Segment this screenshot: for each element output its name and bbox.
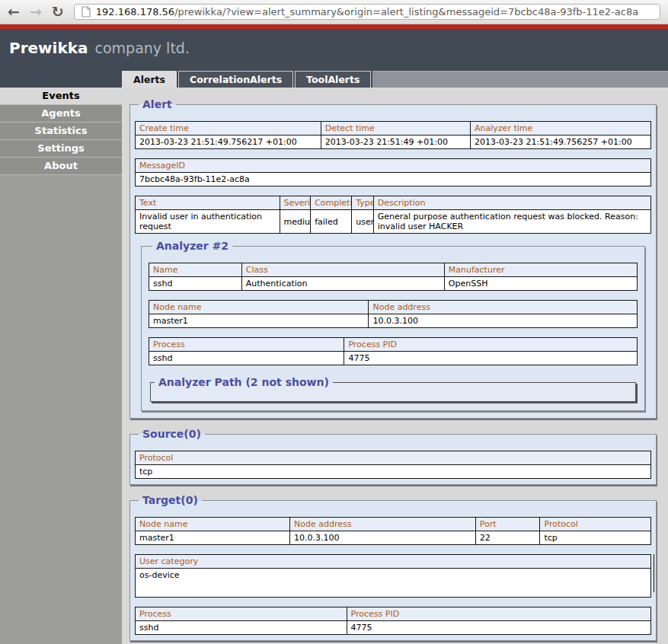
table-header-row: Text Severity Completion Type Descriptio…	[136, 196, 651, 210]
completion-header: Completion	[311, 196, 352, 210]
node-name-header: Node name	[149, 301, 369, 314]
analyzer-time-value: 2013-03-23 21:51:49.756257 +01:00	[471, 135, 651, 149]
protocol-value: tcp	[136, 465, 651, 479]
table-header-row: Node name Node address	[149, 301, 638, 314]
classification-text: Invalid user in authentication request	[136, 210, 280, 234]
analyzer-process-table: Process Process PID sshd 4775	[149, 337, 638, 365]
app-logo: Prewikka	[9, 39, 88, 57]
create-time-header: Create time	[136, 122, 321, 135]
severity-header: Severity	[280, 196, 311, 210]
sidebar-item-statistics[interactable]: Statistics	[0, 123, 122, 140]
process-header: Process	[149, 338, 344, 352]
tab-alerts[interactable]: Alerts	[122, 71, 177, 88]
table-header-row: Protocol	[136, 451, 651, 465]
source-panel: Source(0) Protocol tcp	[129, 428, 657, 485]
node-address-value: 10.0.3.100	[290, 531, 476, 545]
table-row: 7bcbc48a-93fb-11e2-ac8a	[136, 173, 651, 187]
sidebar-item-settings[interactable]: Settings	[0, 140, 122, 158]
user-category-table: User category os-device	[135, 554, 651, 598]
protocol-header: Protocol	[540, 518, 651, 531]
url-path: /prewikka/?view=alert_summary&origin=ale…	[174, 6, 638, 18]
target-process-table: Process Process PID sshd 4775	[135, 607, 651, 635]
brand-line: Prewikkacompany ltd.	[0, 29, 668, 57]
protocol-header: Protocol	[136, 451, 651, 465]
node-address-value: 10.0.3.100	[369, 314, 638, 328]
alert-panel-legend: Alert	[139, 98, 176, 110]
page-icon	[82, 6, 91, 18]
table-row: 2013-03-23 21:51:49.756217 +01:00 2013-0…	[136, 135, 651, 149]
table-row: Invalid user in authentication request m…	[136, 210, 651, 234]
main-area: Events Agents Statistics Settings About …	[0, 88, 668, 644]
messageid-value: 7bcbc48a-93fb-11e2-ac8a	[136, 173, 651, 187]
process-value: sshd	[136, 621, 347, 635]
reload-button[interactable]: ↻	[52, 5, 64, 19]
reload-icon: ↻	[52, 3, 64, 20]
tab-toolalerts[interactable]: ToolAlerts	[295, 71, 371, 88]
tab-correlationalerts[interactable]: CorrelationAlerts	[178, 71, 293, 88]
port-header: Port	[475, 518, 540, 531]
text-header: Text	[136, 196, 280, 210]
completion-value: failed	[311, 210, 352, 234]
detect-time-value: 2013-03-23 21:51:49 +01:00	[321, 135, 470, 149]
forward-arrow-icon: →	[30, 3, 42, 20]
table-header-row: Name Class Manufacturer	[149, 263, 638, 277]
port-value: 22	[475, 531, 540, 545]
analyzer-path-panel: Analyzer Path (2 not shown)	[150, 376, 636, 402]
target-user-block: User category os-device Type Name Number…	[135, 545, 651, 598]
address-bar[interactable]: 192.168.178.56/prewikka/?view=alert_summ…	[74, 4, 660, 20]
description-header: Description	[373, 196, 650, 210]
tab-bar-filler	[372, 71, 668, 88]
back-button[interactable]: ←	[8, 5, 20, 19]
source-protocol-table: Protocol tcp	[135, 451, 651, 479]
source-panel-legend: Source(0)	[139, 428, 205, 440]
app-header: Prewikkacompany ltd. Alerts CorrelationA…	[0, 29, 668, 88]
table-row: sshd Authentication OpenSSH	[149, 277, 638, 291]
severity-value: medium	[280, 210, 311, 234]
table-row: sshd 4775	[149, 352, 638, 365]
node-name-value: master1	[149, 314, 369, 328]
target-panel: Target(0) Node name Node address Port Pr…	[129, 494, 657, 641]
back-arrow-icon: ←	[8, 3, 20, 20]
forward-button[interactable]: →	[30, 5, 42, 19]
analyzer-name-value: sshd	[149, 277, 242, 291]
tab-bar: Alerts CorrelationAlerts ToolAlerts	[122, 71, 668, 88]
table-header-row: Process Process PID	[149, 338, 638, 352]
process-pid-header: Process PID	[347, 607, 650, 621]
detect-time-header: Detect time	[321, 122, 470, 135]
analyzer-class-value: Authentication	[241, 277, 444, 291]
alert-panel: Alert Create time Detect time Analyzer t…	[129, 98, 657, 419]
analyzer-path-legend: Analyzer Path (2 not shown)	[155, 376, 333, 388]
sidebar-item-agents[interactable]: Agents	[0, 105, 122, 123]
content-area: Alert Create time Detect time Analyzer t…	[122, 88, 668, 644]
company-name: company ltd.	[95, 40, 190, 56]
process-pid-header: Process PID	[344, 338, 638, 352]
user-category-header: User category	[136, 555, 651, 569]
sidebar-item-about[interactable]: About	[0, 158, 122, 175]
type-value: user	[352, 210, 373, 234]
table-header-row: Create time Detect time Analyzer time	[136, 122, 651, 135]
protocol-value: tcp	[540, 531, 651, 545]
node-address-header: Node address	[369, 301, 638, 314]
process-header: Process	[136, 607, 347, 621]
sidebar-filler	[0, 175, 122, 644]
analyzer-panel-legend: Analyzer #2	[152, 240, 232, 252]
table-row: master1 10.0.3.100 22 tcp	[136, 531, 651, 545]
table-row: tcp	[136, 465, 651, 479]
process-pid-value: 4775	[347, 621, 650, 635]
alert-times-table: Create time Detect time Analyzer time 20…	[135, 121, 651, 149]
user-category-value: os-device	[136, 569, 651, 598]
process-value: sshd	[149, 352, 344, 365]
url-text: 192.168.178.56/prewikka/?view=alert_summ…	[96, 6, 638, 18]
messageid-header: MessageID	[136, 159, 651, 173]
class-header: Class	[241, 263, 444, 277]
classification-table: Text Severity Completion Type Descriptio…	[135, 196, 651, 234]
type-header: Type	[352, 196, 373, 210]
browser-chrome: ← → ↻ 192.168.178.56/prewikka/?view=aler…	[0, 0, 668, 24]
sidebar: Events Agents Statistics Settings About	[0, 88, 122, 644]
sidebar-item-events[interactable]: Events	[0, 88, 122, 105]
messageid-table: MessageID 7bcbc48a-93fb-11e2-ac8a	[135, 158, 651, 187]
table-row: master1 10.0.3.100	[149, 314, 638, 328]
url-domain: 192.168.178.56	[96, 6, 174, 18]
node-address-header: Node address	[290, 518, 476, 531]
table-header-row: Node name Node address Port Protocol	[136, 518, 651, 531]
